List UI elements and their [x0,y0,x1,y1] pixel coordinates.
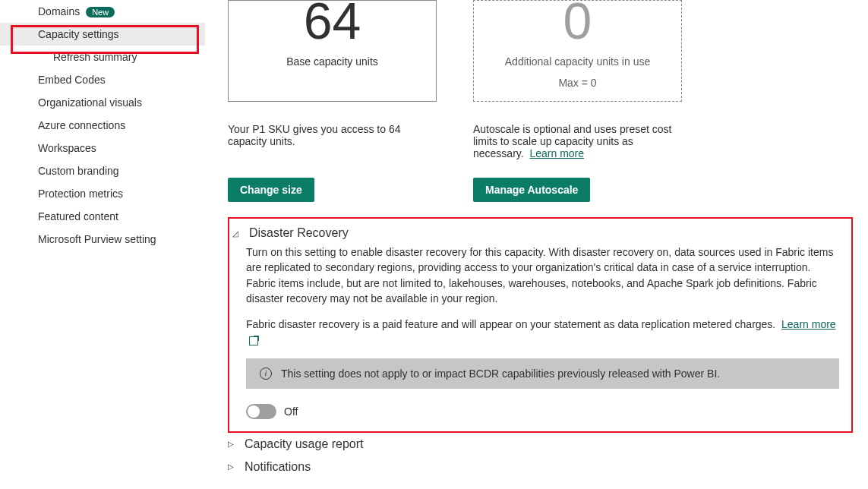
additional-capacity-label: Additional capacity units in use [474,55,681,68]
sidebar-item-label: Workspaces [38,142,96,154]
disaster-recovery-body: Turn on this setting to enable disaster … [232,244,839,419]
info-icon: i [260,368,272,380]
description-row: Your P1 SKU gives you access to 64 capac… [228,123,853,159]
dr-toggle-label: Off [284,405,298,418]
external-link-icon [249,336,258,345]
expand-icon: ▷ [228,440,238,448]
main-content: 64 Base capacity units 0 Additional capa… [228,0,868,478]
sidebar-item-custom-branding[interactable]: Custom branding [0,159,205,182]
base-capacity-value: 64 [229,0,436,46]
toggle-knob [248,405,260,418]
change-size-button[interactable]: Change size [228,178,314,202]
base-capacity-label: Base capacity units [229,55,436,68]
dr-toggle[interactable] [246,404,276,419]
sidebar-item-purview-setting[interactable]: Microsoft Purview setting [0,228,205,251]
notifications-title: Notifications [245,460,311,474]
sidebar-item-organizational-visuals[interactable]: Organizational visuals [0,91,205,114]
capacity-usage-report-header[interactable]: ▷ Capacity usage report [228,433,853,456]
sidebar-item-featured-content[interactable]: Featured content [0,205,205,228]
sidebar-item-protection-metrics[interactable]: Protection metrics [0,182,205,205]
capacity-cards-row: 64 Base capacity units 0 Additional capa… [228,0,853,102]
autoscale-learn-more-link[interactable]: Learn more [529,147,584,159]
dr-learn-more-link[interactable]: Learn more [781,318,836,330]
sidebar: Domains New Capacity settings Refresh su… [0,0,205,251]
disaster-recovery-header[interactable]: ◿ Disaster Recovery [232,222,839,244]
sidebar-item-label: Custom branding [38,165,119,177]
additional-capacity-value: 0 [474,0,681,46]
dr-paragraph-2: Fabric disaster recovery is a paid featu… [246,317,839,348]
sidebar-item-label: Microsoft Purview setting [38,233,156,245]
sidebar-item-label: Embed Codes [38,74,106,86]
new-badge: New [86,7,115,17]
sidebar-item-label: Organizational visuals [38,96,142,109]
sidebar-item-workspaces[interactable]: Workspaces [0,137,205,159]
sidebar-item-embed-codes[interactable]: Embed Codes [0,68,205,91]
disaster-recovery-title: Disaster Recovery [249,226,349,240]
sidebar-item-label: Protection metrics [38,188,123,200]
sidebar-item-label: Refresh summary [53,51,137,63]
additional-capacity-max: Max = 0 [474,77,681,89]
dr-info-bar: i This setting does not apply to or impa… [246,358,839,389]
sidebar-item-label: Featured content [38,210,118,222]
base-capacity-card: 64 Base capacity units [228,0,437,102]
sidebar-item-azure-connections[interactable]: Azure connections [0,114,205,137]
collapse-icon: ◿ [232,229,243,238]
manage-autoscale-button[interactable]: Manage Autoscale [473,178,590,202]
sidebar-item-label: Domains [38,5,80,17]
additional-capacity-card: 0 Additional capacity units in use Max =… [473,0,682,102]
capacity-usage-report-title: Capacity usage report [245,437,364,451]
sidebar-item-refresh-summary[interactable]: Refresh summary [0,46,205,68]
sidebar-item-domains[interactable]: Domains New [0,0,205,23]
autoscale-description: Autoscale is optional and uses preset co… [473,123,682,159]
sidebar-item-label: Capacity settings [38,28,119,40]
dr-paragraph-1: Turn on this setting to enable disaster … [246,244,839,306]
expand-icon: ▷ [228,462,238,471]
button-row: Change size Manage Autoscale [228,178,853,202]
sidebar-item-capacity-settings[interactable]: Capacity settings [0,23,205,46]
disaster-recovery-highlight: ◿ Disaster Recovery Turn on this setting… [228,217,853,433]
notifications-header[interactable]: ▷ Notifications [228,456,853,478]
base-description: Your P1 SKU gives you access to 64 capac… [228,123,437,159]
dr-toggle-row: Off [246,404,839,419]
sidebar-item-label: Azure connections [38,119,125,131]
dr-info-text: This setting does not apply to or impact… [281,368,720,380]
dr-p2-text: Fabric disaster recovery is a paid featu… [246,318,775,330]
